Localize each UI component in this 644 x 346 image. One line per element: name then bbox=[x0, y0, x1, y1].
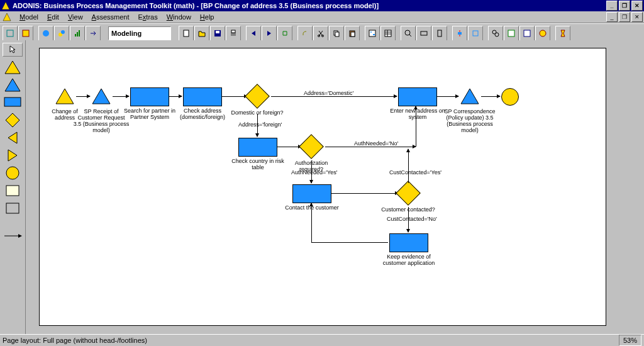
menu-window[interactable]: Window bbox=[162, 13, 196, 21]
edge[interactable] bbox=[481, 96, 500, 97]
new-button[interactable] bbox=[179, 26, 194, 41]
palette-merge-right[interactable] bbox=[3, 148, 22, 162]
save-button[interactable] bbox=[210, 26, 225, 41]
node-receipt[interactable]: SP Receipt of Customer Request 3.5 (Busi… bbox=[91, 87, 111, 106]
palette-end-event[interactable] bbox=[3, 166, 22, 180]
diagram-canvas[interactable]: Change of address SP Receipt of Customer… bbox=[39, 48, 606, 326]
tool-acquisition-icon[interactable] bbox=[3, 26, 18, 41]
edge[interactable] bbox=[277, 147, 301, 147]
svg-rect-8 bbox=[77, 32, 78, 36]
menu-model[interactable]: Model bbox=[15, 13, 43, 21]
svg-marker-0 bbox=[2, 2, 9, 9]
refresh-button[interactable] bbox=[277, 26, 292, 41]
find-button[interactable] bbox=[488, 26, 503, 41]
node-correspondence[interactable]: SP Correspondence (Policy update) 3.5 (B… bbox=[460, 87, 480, 106]
snap-button[interactable] bbox=[468, 26, 483, 41]
menu-edit[interactable]: Edit bbox=[43, 13, 64, 21]
node-decision-domestic[interactable]: Domestic or foreign? bbox=[248, 87, 266, 105]
menu-assessment[interactable]: Assessment bbox=[87, 13, 134, 21]
paste-button[interactable] bbox=[345, 26, 360, 41]
time-button[interactable] bbox=[555, 26, 570, 41]
back-button[interactable] bbox=[246, 26, 261, 41]
attributes-button[interactable] bbox=[519, 26, 535, 41]
canvas-area[interactable]: Change of address SP Receipt of Customer… bbox=[28, 44, 638, 331]
doc-icon bbox=[3, 13, 11, 21]
open-button[interactable] bbox=[194, 26, 209, 41]
palette-pointer[interactable] bbox=[3, 43, 23, 57]
tool-evaluation-icon[interactable] bbox=[70, 26, 85, 41]
workspace: Change of address SP Receipt of Customer… bbox=[0, 40, 644, 335]
edge[interactable] bbox=[222, 96, 247, 97]
node-decision-contacted[interactable]: Customer contacted? bbox=[399, 184, 417, 202]
edge-authno-label: AuthNeeded='No' bbox=[354, 140, 398, 147]
zoom-button[interactable] bbox=[401, 26, 416, 41]
svg-point-36 bbox=[495, 33, 499, 36]
edge-authno-h[interactable] bbox=[325, 147, 416, 147]
mdi-close-button[interactable]: ✕ bbox=[631, 12, 643, 22]
palette-swimlane[interactable] bbox=[3, 201, 22, 215]
node-contact[interactable]: Contact the customer bbox=[292, 184, 331, 203]
menu-view[interactable]: View bbox=[64, 13, 87, 21]
palette-note[interactable] bbox=[3, 184, 22, 198]
edge-loop-h[interactable] bbox=[311, 242, 388, 243]
edge[interactable] bbox=[113, 96, 129, 97]
tool-analysis-icon[interactable] bbox=[38, 26, 53, 41]
print-button[interactable] bbox=[226, 26, 241, 41]
tool-simulation-icon[interactable] bbox=[54, 26, 69, 41]
fit-width-button[interactable] bbox=[416, 26, 431, 41]
node-enter[interactable]: Enter new address on system bbox=[398, 87, 437, 106]
edge[interactable] bbox=[169, 96, 182, 97]
window-title: ADONIS: Business Process Management Tool… bbox=[13, 2, 379, 9]
node-corr-label: SP Correspondence (Policy update) 3.5 (B… bbox=[441, 108, 498, 133]
edge-domestic-label: Address='Domestic' bbox=[304, 90, 353, 96]
menu-help[interactable]: Help bbox=[196, 13, 219, 21]
mdi-minimize-button[interactable]: _ bbox=[606, 12, 618, 22]
svg-rect-14 bbox=[231, 30, 235, 33]
edge-contyes[interactable] bbox=[408, 149, 409, 183]
svg-line-29 bbox=[409, 35, 411, 36]
tool-import-export-icon[interactable] bbox=[86, 26, 101, 41]
mode-label: Modeling bbox=[111, 30, 142, 37]
edge-authno-v[interactable] bbox=[416, 106, 416, 147]
svg-marker-41 bbox=[5, 79, 20, 91]
edge-loop-v[interactable] bbox=[311, 203, 312, 242]
palette-activity[interactable] bbox=[3, 96, 22, 109]
mode-selector[interactable]: Modeling bbox=[108, 26, 171, 40]
palette-subprocess[interactable] bbox=[3, 78, 22, 92]
minimize-button[interactable]: _ bbox=[606, 1, 618, 11]
svg-rect-23 bbox=[373, 34, 375, 35]
node-keep[interactable]: Keep evidence of customer application bbox=[389, 233, 428, 252]
check-model-button[interactable] bbox=[504, 26, 519, 41]
edge-domestic[interactable] bbox=[271, 96, 397, 97]
menu-extras[interactable]: Extras bbox=[134, 13, 162, 21]
palette-decision[interactable] bbox=[3, 113, 22, 127]
align-button[interactable] bbox=[452, 26, 467, 41]
node-risk[interactable]: Check country in risk table bbox=[238, 138, 277, 157]
tool-modeling-icon[interactable] bbox=[18, 26, 33, 41]
svg-marker-51 bbox=[56, 89, 74, 104]
view-table-button[interactable] bbox=[380, 26, 396, 41]
close-button[interactable]: ✕ bbox=[631, 1, 643, 11]
palette-connector[interactable] bbox=[3, 229, 22, 243]
forward-button[interactable] bbox=[262, 26, 277, 41]
cut-button[interactable] bbox=[313, 26, 328, 41]
maximize-button[interactable]: ❐ bbox=[619, 1, 630, 11]
undo-button[interactable] bbox=[297, 26, 313, 41]
palette-merge-left[interactable] bbox=[3, 131, 22, 145]
node-start[interactable]: Change of address bbox=[55, 87, 75, 106]
node-check[interactable]: Check address (domestic/foreign) bbox=[183, 87, 222, 106]
edge[interactable] bbox=[76, 96, 90, 97]
copy-button[interactable] bbox=[329, 26, 344, 41]
edge[interactable] bbox=[437, 96, 458, 97]
node-end[interactable] bbox=[501, 88, 519, 106]
view-graphic-button[interactable] bbox=[365, 26, 380, 41]
edge[interactable] bbox=[331, 193, 398, 194]
generate-button[interactable] bbox=[535, 26, 550, 41]
node-decision-auth[interactable]: Authorization required? bbox=[303, 138, 320, 155]
svg-rect-10 bbox=[184, 30, 189, 36]
palette-start-event[interactable] bbox=[3, 60, 22, 74]
svg-rect-7 bbox=[75, 34, 76, 36]
fit-page-button[interactable] bbox=[432, 26, 447, 41]
node-search[interactable]: Search for partner in Partner System bbox=[130, 87, 169, 106]
mdi-maximize-button[interactable]: ❐ bbox=[619, 12, 630, 22]
